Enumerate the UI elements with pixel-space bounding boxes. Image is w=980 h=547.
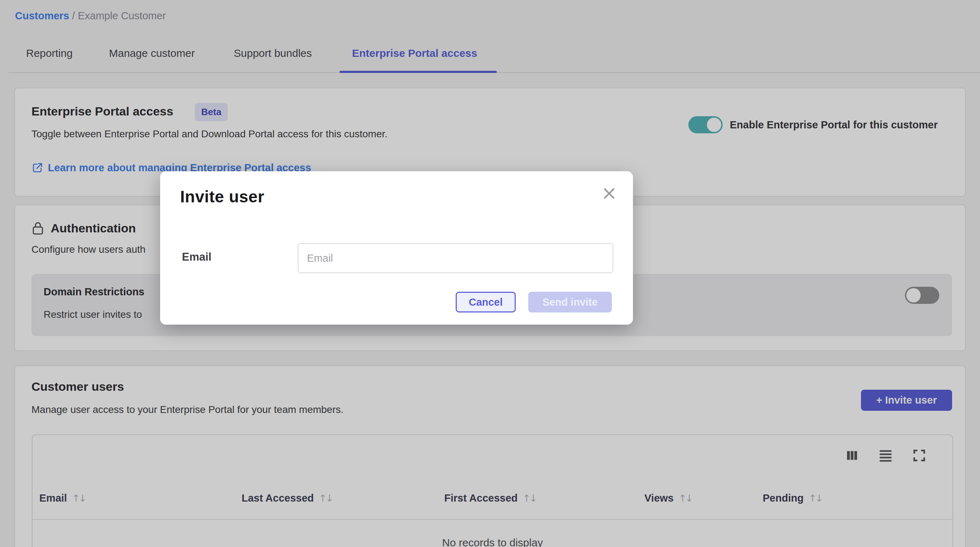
close-icon[interactable]: × xyxy=(601,183,617,203)
send-invite-button[interactable]: Send invite xyxy=(528,292,612,313)
modal-title: Invite user xyxy=(180,187,264,206)
enterprise-portal-page: Customers / Example Customer Reporting M… xyxy=(0,0,980,547)
email-field[interactable] xyxy=(298,243,613,273)
invite-user-modal: Invite user × Email Cancel Send invite xyxy=(160,171,633,325)
cancel-button[interactable]: Cancel xyxy=(456,292,516,313)
email-label: Email xyxy=(182,250,212,263)
